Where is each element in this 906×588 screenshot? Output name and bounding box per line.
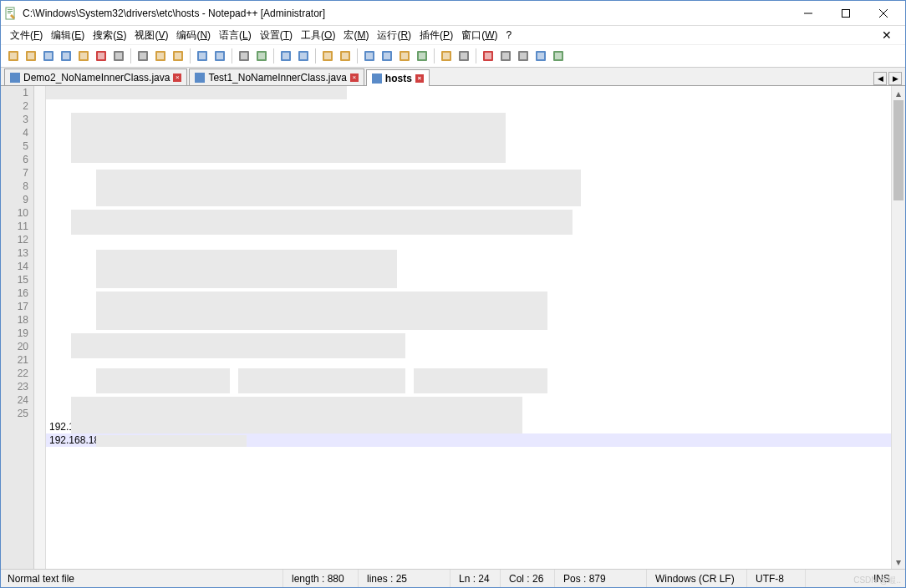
status-pos: Pos : 879 — [555, 570, 647, 587]
save-macro-button[interactable] — [551, 48, 566, 63]
paste-button[interactable] — [171, 48, 186, 63]
scroll-up-button[interactable]: ▴ — [892, 86, 905, 100]
scroll-track[interactable] — [892, 200, 905, 555]
watermark: CSDN @蝦.. — [853, 575, 901, 586]
menu-view[interactable]: 视图(V) — [132, 27, 171, 44]
menu-search[interactable]: 搜索(S) — [90, 27, 129, 44]
scroll-thumb[interactable] — [893, 100, 903, 200]
tab-scroll-left[interactable]: ◀ — [873, 72, 887, 85]
tab-label: Demo2_NoNameInnerClass.java — [23, 72, 170, 84]
window-title: C:\Windows\System32\drivers\etc\hosts - … — [23, 8, 789, 19]
svg-rect-56 — [502, 53, 509, 59]
menubar-close-button[interactable]: ✕ — [875, 28, 898, 42]
wrap-button[interactable] — [362, 48, 377, 63]
svg-rect-3 — [8, 13, 11, 13]
open-file-button[interactable] — [23, 48, 38, 63]
titlebar: C:\Windows\System32\drivers\etc\hosts - … — [1, 1, 905, 26]
menu-plugins[interactable]: 插件(P) — [417, 27, 456, 44]
statusbar: Normal text file length : 880 lines : 25… — [1, 569, 905, 587]
status-lines: lines : 25 — [359, 570, 450, 587]
status-length: length : 880 — [283, 570, 359, 587]
svg-rect-10 — [45, 53, 52, 59]
scroll-down-button[interactable]: ▾ — [892, 555, 905, 569]
svg-rect-32 — [258, 53, 265, 59]
tab-scroll-right[interactable]: ▶ — [888, 72, 902, 85]
lang-button[interactable] — [415, 48, 430, 63]
save-button[interactable] — [41, 48, 56, 63]
svg-rect-6 — [10, 53, 17, 59]
menu-run[interactable]: 运行(R) — [374, 27, 414, 44]
file-icon — [372, 74, 382, 84]
folder-button[interactable] — [439, 48, 454, 63]
menu-file[interactable]: 文件(F) — [8, 27, 45, 44]
menu-language[interactable]: 语言(L) — [216, 27, 254, 44]
all-chars-button[interactable] — [379, 48, 394, 63]
maximize-button[interactable] — [827, 1, 864, 25]
tab-close-icon[interactable]: × — [350, 74, 359, 82]
replace-button[interactable] — [254, 48, 269, 63]
menu-tools[interactable]: 工具(O) — [298, 27, 338, 44]
svg-rect-24 — [175, 53, 181, 59]
svg-rect-4 — [842, 9, 849, 17]
svg-rect-42 — [366, 53, 373, 59]
svg-rect-18 — [115, 53, 122, 59]
cut-button[interactable] — [135, 48, 150, 63]
close-all-button[interactable] — [94, 48, 109, 63]
fold-margin — [34, 86, 46, 569]
svg-rect-36 — [300, 53, 307, 59]
tab-close-icon[interactable]: × — [173, 74, 181, 82]
status-eol: Windows (CR LF) — [647, 570, 747, 587]
svg-rect-16 — [98, 53, 104, 59]
svg-rect-26 — [199, 53, 206, 59]
copy-button[interactable] — [153, 48, 168, 63]
vertical-scrollbar[interactable]: ▴ ▾ — [891, 86, 905, 569]
tab-label: Test1_NoNameInnerClass.java — [208, 72, 346, 84]
svg-rect-22 — [157, 53, 164, 59]
tab-close-icon[interactable]: × — [415, 74, 424, 83]
svg-rect-62 — [555, 53, 562, 59]
svg-rect-2 — [8, 11, 13, 12]
find-button[interactable] — [237, 48, 252, 63]
sync-h-button[interactable] — [338, 48, 353, 63]
menubar: 文件(F) 编辑(E) 搜索(S) 视图(V) 编码(N) 语言(L) 设置(T… — [1, 26, 905, 44]
stop-button[interactable] — [498, 48, 513, 63]
menu-macro[interactable]: 宏(M) — [341, 27, 371, 44]
code-line[interactable] — [46, 447, 891, 460]
editor[interactable]: 1234567891011121314151617181920212223242… — [1, 86, 905, 569]
menu-edit[interactable]: 编辑(E) — [48, 27, 87, 44]
new-file-button[interactable] — [6, 48, 21, 63]
redo-button[interactable] — [212, 48, 227, 63]
zoom-out-button[interactable] — [296, 48, 311, 63]
tab-1[interactable]: Test1_NoNameInnerClass.java× — [189, 68, 364, 85]
menu-encoding[interactable]: 编码(N) — [174, 27, 213, 44]
close-button[interactable] — [864, 1, 902, 25]
svg-rect-60 — [537, 53, 544, 59]
svg-rect-46 — [401, 53, 408, 59]
svg-rect-34 — [282, 53, 289, 59]
menu-window[interactable]: 窗口(W) — [459, 27, 500, 44]
play-button[interactable] — [516, 48, 531, 63]
tab-2[interactable]: hosts× — [366, 69, 430, 86]
play-multi-button[interactable] — [533, 48, 548, 63]
undo-button[interactable] — [195, 48, 210, 63]
save-all-button[interactable] — [59, 48, 74, 63]
close-button[interactable] — [76, 48, 91, 63]
code-area[interactable]: 192.168.188.127 hadoop100192.168.188.126… — [46, 86, 891, 569]
print-button[interactable] — [111, 48, 126, 63]
tabbar: Demo2_NoNameInnerClass.java×Test1_NoName… — [1, 68, 905, 86]
status-filetype: Normal text file — [8, 570, 283, 587]
indent-button[interactable] — [397, 48, 412, 63]
sync-v-button[interactable] — [320, 48, 335, 63]
record-button[interactable] — [481, 48, 496, 63]
zoom-in-button[interactable] — [278, 48, 293, 63]
svg-rect-30 — [241, 53, 247, 59]
svg-rect-20 — [140, 53, 146, 59]
menu-help[interactable]: ? — [503, 28, 514, 43]
toolbar — [1, 44, 905, 68]
tab-0[interactable]: Demo2_NoNameInnerClass.java× — [4, 68, 187, 85]
menu-settings[interactable]: 设置(T) — [257, 27, 295, 44]
svg-rect-12 — [63, 53, 69, 59]
svg-rect-28 — [216, 53, 223, 59]
minimize-button[interactable] — [789, 1, 827, 25]
eye-button[interactable] — [456, 48, 471, 63]
